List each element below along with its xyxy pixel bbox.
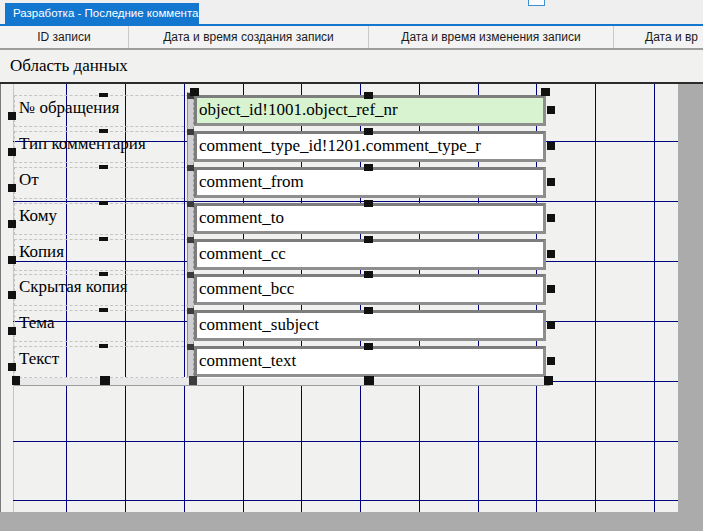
design-canvas[interactable]: № обращения object_id!1001.object_ref_nr… — [0, 84, 678, 512]
selection-handle[interactable] — [364, 271, 373, 278]
field-expression-box[interactable]: comment_subject — [194, 310, 546, 341]
selection-handle[interactable] — [99, 344, 108, 348]
designer-window: Разработка - Последние комментар... ID з… — [0, 0, 703, 531]
field-label[interactable]: Тип комментария — [14, 131, 194, 163]
field-label[interactable]: Скрытая копия — [14, 274, 194, 306]
column-header-1[interactable]: ID записи — [0, 26, 128, 48]
selection-handle[interactable] — [187, 165, 194, 171]
group-selection-handle[interactable] — [544, 376, 553, 385]
field-label[interactable]: Копия — [14, 239, 194, 271]
field-label[interactable]: № обращения — [14, 95, 194, 127]
selection-handle[interactable] — [547, 321, 555, 329]
selection-handle[interactable] — [8, 184, 16, 192]
field-expression-box[interactable]: comment_type_id!1201.comment_type_r — [194, 131, 546, 162]
selection-handle[interactable] — [547, 250, 555, 258]
data-band-title: Область данных — [0, 50, 703, 81]
selection-handle[interactable] — [364, 200, 373, 207]
column-header-4[interactable]: Дата и вр — [613, 26, 703, 48]
selection-handle[interactable] — [364, 128, 373, 135]
field-label[interactable]: Тема — [14, 310, 194, 342]
bottom-gutter — [0, 512, 703, 531]
partial-tab-fragment[interactable] — [528, 0, 545, 6]
band-bottom-edge[interactable] — [14, 377, 550, 386]
selection-handle[interactable] — [99, 272, 108, 276]
selection-handle[interactable] — [99, 129, 108, 133]
grid-hline — [13, 201, 678, 202]
grid-vline — [654, 84, 655, 512]
field-expression-box[interactable]: comment_to — [194, 203, 546, 234]
dataset-column-header-row: ID записиДата и время создания записиДат… — [0, 26, 703, 50]
selection-handle[interactable] — [8, 363, 16, 371]
selection-handle[interactable] — [187, 201, 194, 207]
field-label[interactable]: От — [14, 167, 194, 199]
field-expression-box[interactable]: comment_text — [194, 346, 546, 377]
selection-handle[interactable] — [547, 106, 555, 114]
selection-handle[interactable] — [547, 357, 555, 365]
group-selection-handle[interactable] — [541, 88, 550, 96]
selection-handle[interactable] — [187, 237, 194, 243]
selection-handle[interactable] — [99, 165, 108, 169]
selection-handle[interactable] — [547, 214, 555, 222]
selection-handle[interactable] — [99, 237, 108, 241]
selection-handle[interactable] — [8, 112, 16, 120]
group-selection-handle[interactable] — [189, 376, 197, 385]
selection-handle[interactable] — [187, 344, 194, 350]
active-document-tab[interactable]: Разработка - Последние комментар... — [5, 3, 199, 24]
field-label[interactable]: Текст — [14, 346, 194, 378]
selection-handle[interactable] — [364, 307, 373, 314]
selection-handle[interactable] — [8, 327, 16, 335]
selection-handle[interactable] — [8, 148, 16, 156]
selection-handle[interactable] — [547, 178, 555, 186]
selection-handle[interactable] — [364, 92, 373, 99]
group-selection-handle[interactable] — [190, 88, 199, 96]
data-band-header[interactable]: Область данных — [0, 50, 703, 84]
selection-handle[interactable] — [8, 291, 16, 299]
column-header-3[interactable]: Дата и время изменения записи — [368, 26, 613, 48]
selection-handle[interactable] — [364, 164, 373, 171]
field-expression-box[interactable]: comment_from — [194, 167, 546, 198]
selection-handle[interactable] — [187, 272, 194, 278]
group-selection-handle[interactable] — [12, 376, 20, 385]
grid-hline — [13, 441, 678, 442]
group-selection-handle[interactable] — [364, 376, 374, 385]
field-expression-box[interactable]: object_id!1001.object_ref_nr — [194, 95, 546, 126]
grid-vline — [595, 84, 596, 512]
field-expression-box[interactable]: comment_bcc — [194, 274, 546, 305]
selection-handle[interactable] — [99, 308, 108, 312]
selection-handle[interactable] — [99, 93, 108, 97]
field-label[interactable]: Кому — [14, 203, 194, 235]
selection-handle[interactable] — [187, 308, 194, 314]
grid-hline — [13, 500, 678, 501]
right-gutter — [678, 84, 703, 512]
document-tab-bar: Разработка - Последние комментар... — [0, 0, 703, 24]
selection-handle[interactable] — [8, 256, 16, 264]
selection-handle[interactable] — [8, 220, 16, 228]
field-expression-box[interactable]: comment_cc — [194, 239, 546, 270]
column-header-2[interactable]: Дата и время создания записи — [128, 26, 368, 48]
group-selection-handle[interactable] — [100, 376, 110, 385]
selection-handle[interactable] — [547, 142, 555, 150]
selection-handle[interactable] — [547, 285, 555, 293]
selection-handle[interactable] — [364, 236, 373, 243]
selection-handle[interactable] — [99, 201, 108, 205]
selection-handle[interactable] — [364, 343, 373, 350]
selection-handle[interactable] — [187, 129, 194, 135]
